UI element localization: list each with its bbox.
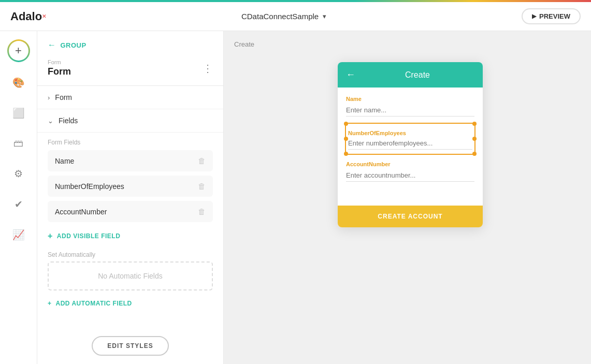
delete-name-field-icon[interactable]: 🗑: [198, 156, 206, 165]
phone-name-input[interactable]: [346, 104, 474, 117]
header: Adalo✕ CDataConnectSample ▾ ▶ PREVIEW: [0, 2, 591, 31]
handle-bottom-left: [344, 152, 348, 156]
create-account-button[interactable]: CREATE ACCOUNT: [338, 206, 483, 227]
edit-styles-button[interactable]: EDIT STYLES: [92, 336, 168, 356]
screen-icon[interactable]: ⬜: [8, 103, 29, 123]
add-visible-field-button[interactable]: + ADD VISIBLE FIELD: [48, 226, 213, 246]
preview-button[interactable]: ▶ PREVIEW: [522, 8, 581, 24]
panel-type-label: Form: [48, 59, 71, 65]
panel-footer: EDIT STYLES: [37, 328, 223, 364]
logo-text: Adalo: [10, 10, 42, 23]
preview-label: PREVIEW: [539, 12, 570, 20]
play-icon: ▶: [532, 13, 536, 20]
icon-sidebar: + 🎨 ⬜ 🗃 ⚙ ✔ 📈: [0, 31, 37, 364]
phone-header: ← Create: [338, 62, 483, 88]
phone-title: Create: [361, 70, 474, 80]
fields-section-row[interactable]: ⌄ Fields: [37, 109, 223, 133]
phone-numberofemployees-selected: NumberOfEmployees: [346, 124, 474, 154]
panel-menu-button[interactable]: ⋮: [203, 62, 213, 75]
phone-numberofemployees-inner: NumberOfEmployees: [346, 124, 474, 154]
data-icon[interactable]: 🗃: [9, 134, 27, 153]
back-to-group-button[interactable]: ← GROUP: [37, 31, 223, 55]
panel-title: Form: [48, 66, 71, 77]
fields-section-label: Fields: [59, 117, 78, 125]
check-icon[interactable]: ✔: [10, 194, 27, 214]
delete-numberofemployees-field-icon[interactable]: 🗑: [198, 182, 206, 191]
phone-back-icon[interactable]: ←: [346, 69, 355, 80]
add-automatic-field-icon: +: [48, 300, 52, 307]
field-numberofemployees-label: NumberOfEmployees: [55, 182, 124, 191]
logo-dot: ✕: [42, 13, 46, 19]
settings-icon[interactable]: ⚙: [10, 164, 27, 184]
handle-mid-right: [472, 137, 477, 141]
logo: Adalo✕: [10, 10, 46, 23]
field-accountnumber-label: AccountNumber: [55, 208, 107, 216]
form-section-row[interactable]: › Form: [37, 86, 223, 109]
phone-numberofemployees-label: NumberOfEmployees: [348, 130, 406, 136]
form-section-label: Form: [55, 93, 72, 101]
phone-accountnumber-label: AccountNumber: [346, 161, 474, 167]
no-automatic-fields-text: No Automatic Fields: [98, 272, 163, 280]
fields-section: Form Fields Name 🗑 NumberOfEmployees 🗑 A…: [37, 133, 223, 316]
panel-header-left: Form Form: [48, 59, 71, 77]
phone-name-field: Name: [346, 96, 474, 117]
main-layout: + 🎨 ⬜ 🗃 ⚙ ✔ 📈 ← GROUP Form Form ⋮ › Form: [0, 31, 591, 364]
phone-body: Name NumberOfEmployees: [338, 88, 483, 202]
canvas: Create ← Create Name: [224, 31, 591, 364]
create-account-label: CREATE ACCOUNT: [378, 213, 442, 220]
phone-accountnumber-field: AccountNumber: [346, 161, 474, 182]
form-fields-label: Form Fields: [48, 133, 213, 150]
field-name-label: Name: [55, 157, 74, 165]
field-row-name[interactable]: Name 🗑: [48, 150, 213, 171]
spacer: [346, 189, 474, 194]
phone-numberofemployees-input[interactable]: [348, 137, 472, 150]
header-center: CDataConnectSample ▾: [241, 12, 326, 21]
handle-bottom-right: [472, 152, 477, 156]
chart-icon[interactable]: 📈: [8, 225, 29, 245]
back-arrow-icon: ←: [48, 40, 56, 50]
set-automatically-label: Set Automatically: [48, 246, 213, 261]
app-name[interactable]: CDataConnectSample: [241, 12, 319, 21]
field-row-accountnumber[interactable]: AccountNumber 🗑: [48, 201, 213, 222]
add-icon: +: [9, 41, 28, 61]
field-row-numberofemployees[interactable]: NumberOfEmployees 🗑: [48, 176, 213, 197]
add-visible-field-icon: +: [48, 231, 53, 241]
handle-mid-left: [344, 137, 348, 141]
no-automatic-fields-box: No Automatic Fields: [48, 261, 213, 290]
phone-mockup: ← Create Name: [338, 62, 483, 227]
fields-section-chevron-icon: ⌄: [48, 117, 53, 125]
add-automatic-field-label: ADD AUTOMATIC FIELD: [56, 300, 132, 307]
handle-top-right: [472, 122, 477, 126]
left-panel: ← GROUP Form Form ⋮ › Form ⌄ Fields Form…: [37, 31, 224, 364]
edit-styles-label: EDIT STYLES: [107, 342, 153, 350]
phone-name-label: Name: [346, 96, 474, 102]
back-group-label: GROUP: [61, 41, 87, 49]
add-component-button[interactable]: +: [7, 39, 30, 62]
phone-accountnumber-input[interactable]: [346, 169, 474, 182]
form-section-chevron-icon: ›: [48, 94, 50, 101]
add-automatic-field-button[interactable]: + ADD AUTOMATIC FIELD: [48, 296, 213, 311]
panel-header: Form Form ⋮: [37, 55, 223, 86]
canvas-label: Create: [234, 40, 254, 48]
add-visible-field-label: ADD VISIBLE FIELD: [57, 232, 121, 240]
selection-handles: NumberOfEmployees: [345, 123, 475, 155]
app-name-chevron-icon[interactable]: ▾: [323, 12, 326, 20]
delete-accountnumber-field-icon[interactable]: 🗑: [198, 207, 206, 216]
handle-top-left: [344, 122, 348, 126]
palette-icon[interactable]: 🎨: [8, 72, 29, 93]
